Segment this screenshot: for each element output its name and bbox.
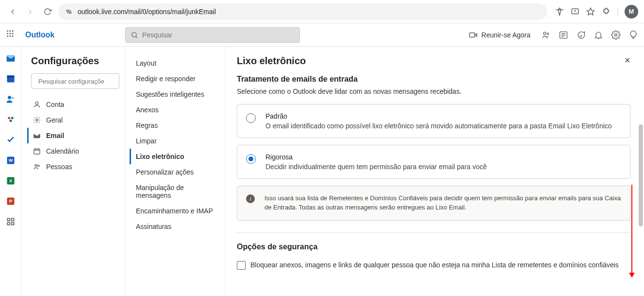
search-box[interactable] bbox=[125, 27, 300, 43]
person-icon bbox=[33, 100, 41, 109]
svg-text:X: X bbox=[9, 178, 12, 183]
radio-padrao[interactable] bbox=[246, 113, 256, 123]
mail-icon bbox=[33, 131, 41, 140]
site-info-icon[interactable] bbox=[65, 8, 73, 16]
category-calendario[interactable]: Calendário bbox=[27, 143, 119, 159]
subnav-regras[interactable]: Regras bbox=[130, 118, 221, 133]
section2-heading: Opções de segurança bbox=[237, 243, 630, 251]
checkbox-label: Bloquear anexos, imagens e links de qual… bbox=[250, 261, 619, 269]
teams-icon[interactable] bbox=[541, 30, 551, 40]
scrollbar-thumb[interactable] bbox=[639, 124, 643, 226]
security-checkbox-row[interactable]: Bloquear anexos, imagens e links de qual… bbox=[237, 261, 630, 270]
svg-rect-1 bbox=[69, 12, 71, 13]
checkbox-block-attachments[interactable] bbox=[237, 261, 246, 270]
rail-excel-icon[interactable]: X bbox=[4, 174, 17, 188]
rail-groups-icon[interactable] bbox=[4, 113, 17, 126]
settings-search[interactable] bbox=[31, 73, 119, 89]
address-bar[interactable]: outlook.live.com/mail/0/options/mail/jun… bbox=[58, 3, 547, 20]
app-launcher-icon[interactable] bbox=[6, 29, 17, 41]
star-icon[interactable] bbox=[586, 7, 595, 17]
page-title: Lixo eletrônico bbox=[237, 55, 630, 67]
bell-icon[interactable] bbox=[594, 30, 603, 40]
video-icon bbox=[469, 31, 478, 39]
svg-point-6 bbox=[12, 30, 14, 32]
meet-now-button[interactable]: Reunir-se Agora bbox=[466, 29, 533, 41]
subnav-assinaturas[interactable]: Assinaturas bbox=[130, 219, 221, 234]
rail-powerpoint-icon[interactable]: P bbox=[4, 194, 17, 208]
back-button[interactable] bbox=[6, 5, 19, 18]
svg-point-9 bbox=[12, 33, 14, 34]
subnav-redigir[interactable]: Redigir e responder bbox=[130, 71, 221, 87]
option-rigorosa-desc: Decidir individualmente quem tem permiss… bbox=[265, 163, 487, 171]
settings-categories-column: Configurações Conta Geral Email Calendár… bbox=[21, 47, 126, 296]
subnav-sugestoes[interactable]: Sugestões inteligentes bbox=[130, 87, 221, 102]
svg-point-37 bbox=[35, 102, 38, 104]
svg-rect-20 bbox=[7, 75, 14, 77]
divider bbox=[237, 232, 630, 233]
subnav-layout[interactable]: Layout bbox=[130, 55, 221, 71]
rail-mail-icon[interactable] bbox=[4, 52, 17, 65]
search-icon bbox=[131, 31, 138, 39]
settings-dialog: Configurações Conta Geral Email Calendár… bbox=[21, 47, 644, 296]
extensions-icon[interactable] bbox=[601, 7, 611, 17]
profile-avatar[interactable]: M bbox=[625, 5, 638, 18]
settings-search-input[interactable] bbox=[38, 78, 120, 85]
option-rigorosa-title: Rigorosa bbox=[265, 153, 487, 161]
subnav-anexos[interactable]: Anexos bbox=[130, 102, 221, 118]
rail-people-icon[interactable] bbox=[4, 92, 17, 106]
people-icon bbox=[33, 162, 41, 171]
rail-word-icon[interactable]: W bbox=[4, 154, 17, 167]
svg-rect-14 bbox=[469, 33, 475, 37]
rail-todo-icon[interactable] bbox=[4, 133, 17, 147]
close-button[interactable] bbox=[621, 53, 634, 67]
option-rigorosa[interactable]: Rigorosa Decidir individualmente quem te… bbox=[237, 145, 630, 179]
content-scroll-region[interactable]: Tratamento de emails de entrada Selecion… bbox=[237, 75, 638, 296]
svg-point-10 bbox=[7, 35, 8, 36]
svg-point-18 bbox=[615, 34, 617, 36]
rail-apps-icon[interactable] bbox=[4, 215, 17, 228]
info-callout: i Isso usará sua lista de Remetentes e D… bbox=[237, 186, 630, 221]
news-icon[interactable] bbox=[559, 30, 568, 40]
subnav-manipulacao[interactable]: Manipulação de mensagens bbox=[130, 180, 221, 203]
svg-point-5 bbox=[10, 30, 11, 32]
radio-rigorosa[interactable] bbox=[246, 154, 256, 164]
category-conta[interactable]: Conta bbox=[27, 97, 119, 112]
gear-icon bbox=[33, 116, 41, 124]
svg-rect-35 bbox=[11, 223, 14, 225]
search-input[interactable] bbox=[142, 31, 295, 39]
subnav-lixo-eletronico[interactable]: Lixo eletrônico bbox=[130, 149, 221, 164]
svg-point-25 bbox=[9, 120, 12, 122]
svg-rect-0 bbox=[66, 10, 68, 11]
subnav-limpar[interactable]: Limpar bbox=[130, 133, 221, 149]
info-icon: i bbox=[246, 194, 255, 203]
close-icon bbox=[624, 56, 631, 64]
svg-point-8 bbox=[10, 33, 11, 34]
option-padrao[interactable]: Padrão O email identificado como possíve… bbox=[237, 104, 630, 138]
subnav-personalizar[interactable]: Personalizar ações bbox=[130, 164, 221, 180]
chat-icon[interactable] bbox=[576, 30, 586, 40]
forward-button[interactable] bbox=[23, 5, 37, 18]
category-geral[interactable]: Geral bbox=[27, 112, 119, 128]
lightbulb-icon[interactable] bbox=[628, 30, 638, 40]
svg-point-7 bbox=[7, 33, 8, 34]
option-padrao-title: Padrão bbox=[265, 112, 612, 120]
subnav-encaminhamento[interactable]: Encaminhamento e IMAP bbox=[130, 203, 221, 219]
rail-calendar-icon[interactable] bbox=[4, 72, 17, 86]
gear-icon[interactable] bbox=[611, 30, 621, 40]
svg-point-16 bbox=[547, 33, 549, 34]
diamond-icon[interactable] bbox=[555, 7, 564, 17]
svg-point-22 bbox=[11, 97, 14, 99]
category-email[interactable]: Email bbox=[27, 128, 119, 143]
svg-point-24 bbox=[11, 117, 13, 119]
svg-rect-32 bbox=[7, 218, 10, 221]
settings-content: Lixo eletrônico Tratamento de emails de … bbox=[225, 47, 644, 296]
settings-subnav-column: Layout Redigir e responder Sugestões int… bbox=[126, 47, 225, 296]
svg-point-23 bbox=[8, 117, 10, 119]
install-icon[interactable] bbox=[570, 7, 580, 17]
reload-button[interactable] bbox=[41, 5, 54, 18]
svg-point-12 bbox=[12, 35, 14, 36]
svg-text:P: P bbox=[9, 199, 12, 204]
brand-label[interactable]: Outlook bbox=[25, 31, 117, 39]
category-pessoas[interactable]: Pessoas bbox=[27, 159, 119, 174]
svg-point-21 bbox=[8, 96, 11, 99]
